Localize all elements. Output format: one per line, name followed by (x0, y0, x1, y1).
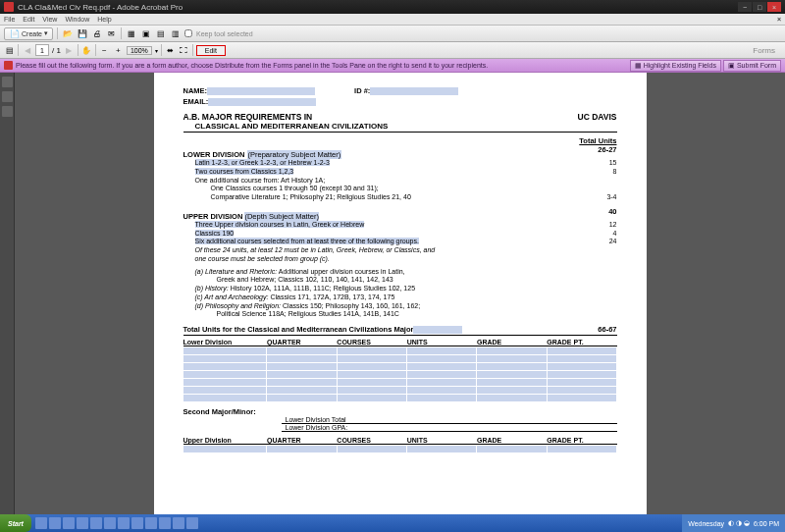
upper-div-units: 40 (608, 207, 616, 221)
mail-icon[interactable]: ✉ (106, 28, 117, 39)
tool4-icon[interactable]: ▥ (170, 28, 181, 39)
id-label: ID #: (354, 86, 370, 95)
ld-line4: One Classics courses 1 through 50 (excep… (183, 185, 617, 193)
window-title: CLA Cla&Med Civ Req.pdf - Adobe Acrobat … (18, 3, 183, 12)
lower-div-sub: (Preparatory Subject Matter) (247, 150, 342, 159)
page-input[interactable] (35, 44, 49, 56)
ql-icon[interactable] (77, 517, 88, 529)
highlight-fields-button[interactable]: ▦Highlight Existing Fields (630, 60, 721, 72)
zoom-dropdown-icon[interactable]: ▾ (155, 47, 158, 54)
keep-tool-label: Keep tool selected (196, 30, 253, 37)
ud-line5: one course must be selected from group (… (183, 255, 617, 264)
ql-icon[interactable] (90, 517, 102, 529)
ud-line1: Three Upper division courses in Latin, G… (195, 221, 365, 228)
name-label: NAME: (183, 86, 208, 95)
name-field[interactable] (207, 87, 315, 95)
submit-form-button[interactable]: ▣Submit Form (723, 60, 781, 72)
next-page-icon[interactable]: ▶ (64, 45, 75, 56)
minimize-button[interactable]: − (738, 2, 752, 12)
fit-page-icon[interactable]: ⛶ (179, 45, 189, 56)
table-header: Lower DivisionQUARTERCOURSESUNITSGRADEGR… (183, 339, 617, 346)
page-total: / 1 (52, 46, 61, 55)
ql-icon[interactable] (186, 517, 198, 529)
zoom-in-icon[interactable]: + (113, 45, 124, 56)
doc-close-button[interactable]: × (777, 16, 781, 23)
ud-line2: Classics 190 (195, 230, 235, 237)
form-info-icon (4, 61, 13, 70)
ql-icon[interactable] (131, 517, 143, 529)
nav-attach-icon[interactable] (2, 106, 13, 117)
print-icon[interactable]: 🖨 (91, 28, 102, 39)
tray-time: 6:00 PM (754, 520, 779, 527)
ql-icon[interactable] (49, 517, 61, 529)
quick-launch (31, 517, 202, 529)
ud-line4: Of these 24 units, at least 12 must be i… (183, 246, 617, 255)
second-major-label: Second Major/Minor: (183, 407, 617, 416)
zoom-value[interactable]: 100% (127, 46, 152, 55)
tool3-icon[interactable]: ▤ (155, 28, 166, 39)
title-2: CLASSICAL AND MEDITERRANEAN CIVILIZATION… (195, 122, 617, 131)
ql-icon[interactable] (173, 517, 184, 529)
table-header-2: Upper DivisionQUARTERCOURSESUNITSGRADEGR… (183, 437, 617, 445)
ql-icon[interactable] (35, 517, 47, 529)
email-field[interactable] (208, 98, 316, 106)
tool-icon[interactable]: ▦ (126, 28, 136, 39)
table-row[interactable] (183, 445, 617, 452)
menu-edit[interactable]: Edit (23, 16, 34, 23)
total-units-header: Total Units (183, 136, 617, 145)
edit-button[interactable]: Edit (196, 45, 226, 56)
ql-icon[interactable] (159, 517, 171, 529)
keep-tool-checkbox[interactable] (184, 29, 192, 37)
nav-sidebar (0, 73, 15, 514)
lower-div-label: LOWER DIVISION (183, 150, 245, 159)
uc-davis: UC DAVIS (578, 112, 617, 122)
total-units-1: 26-27 (598, 145, 616, 159)
menu-file[interactable]: File (4, 16, 15, 23)
submit-icon: ▣ (728, 62, 735, 70)
ld-line3: One additional course from: Art History … (183, 177, 617, 186)
table-row[interactable] (183, 394, 617, 401)
save-icon[interactable]: 💾 (77, 28, 87, 39)
menu-window[interactable]: Window (65, 16, 89, 23)
table-row[interactable] (183, 362, 617, 370)
close-button[interactable]: × (767, 2, 781, 12)
ld-line1: Latin 1-2-3, or Greek 1-2-3, or Hebrew 1… (195, 159, 330, 166)
tray-icons[interactable]: ◐ ◑ ◒ (728, 519, 750, 527)
menu-view[interactable]: View (42, 16, 57, 23)
page-thumb-icon[interactable]: ▤ (4, 45, 15, 56)
ld-total-label: Lower Division Total (282, 416, 617, 424)
pdf-page: NAME: ID #: EMAIL: A.B. MAJOR REQUIREMEN… (154, 73, 647, 514)
email-label: EMAIL: (183, 97, 209, 106)
ud-line3: Six additional courses selected from at … (195, 238, 419, 244)
ld-line2: Two courses from Classics 1,2,3 (195, 168, 294, 175)
maximize-button[interactable]: □ (753, 2, 766, 12)
table-row[interactable] (183, 378, 617, 386)
upper-div-label: UPPER DIVISION (183, 212, 243, 221)
table-row[interactable] (183, 346, 617, 354)
forms-panel[interactable]: Forms (753, 46, 781, 55)
prev-page-icon[interactable]: ◀ (22, 45, 32, 56)
open-icon[interactable]: 📂 (62, 28, 73, 39)
ql-icon[interactable] (104, 517, 116, 529)
table-row[interactable] (183, 386, 617, 394)
ld-line5: Comparative Literature 1; Philosophy 21;… (183, 193, 598, 202)
ld-gpa-label: Lower Division GPA: (282, 424, 617, 432)
zoom-out-icon[interactable]: − (99, 45, 110, 56)
table-row[interactable] (183, 354, 617, 362)
tool2-icon[interactable]: ▣ (140, 28, 151, 39)
fit-width-icon[interactable]: ⬌ (165, 45, 176, 56)
title-1: A.B. MAJOR REQUIREMENTS IN (183, 112, 313, 122)
menu-help[interactable]: Help (97, 16, 111, 23)
ql-icon[interactable] (118, 517, 130, 529)
highlight-icon: ▦ (635, 62, 642, 70)
ql-icon[interactable] (145, 517, 157, 529)
total-field[interactable] (413, 326, 462, 334)
start-button[interactable]: Start (0, 514, 31, 532)
create-button[interactable]: 📄Create▾ (4, 27, 53, 40)
table-row[interactable] (183, 370, 617, 378)
ql-icon[interactable] (63, 517, 75, 529)
nav-bookmarks-icon[interactable] (2, 91, 13, 102)
id-field[interactable] (370, 87, 458, 95)
nav-pages-icon[interactable] (2, 77, 13, 87)
hand-icon[interactable]: ✋ (81, 45, 92, 56)
